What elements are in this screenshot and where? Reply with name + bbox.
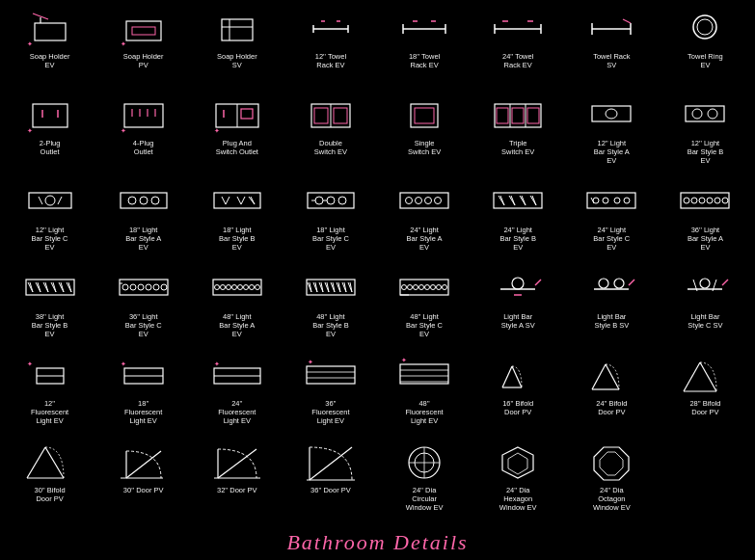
cell-lightbar-48b: 48'' Light Bar Style B EV <box>284 264 376 349</box>
label-plug-switch: Plug And Switch Outlet <box>216 139 258 156</box>
icon-door-36 <box>302 441 360 484</box>
label-plug4: 4-Plug Outlet <box>133 139 154 156</box>
icon-lightbar-48a <box>208 268 266 310</box>
icon-lightbar-24a <box>395 181 453 224</box>
svg-point-118 <box>425 285 430 290</box>
svg-point-116 <box>414 285 418 290</box>
cell-lightbar-48c: 48'' Light Bar Style C EV <box>379 264 471 349</box>
label-lightbar-48a: 48'' Light Bar Style A EV <box>219 312 255 338</box>
cell-lightbar-38b: 38'' Light Bar Style B EV <box>4 264 95 349</box>
svg-line-168 <box>218 449 256 478</box>
label-lightbar-24b: 24'' Light Bar Style B EV <box>499 226 536 252</box>
icon-towel-rack-12 <box>302 8 360 50</box>
cell-door-30: 30'' Door PV <box>97 438 189 522</box>
svg-point-101 <box>161 284 167 290</box>
icon-lightbar-24b <box>489 181 547 224</box>
svg-line-133 <box>722 280 728 285</box>
icon-lightbar-12b <box>676 94 734 137</box>
cell-plug4: ✦ 4-Plug Outlet <box>97 91 189 175</box>
cell-door-36: 36'' Door PV <box>284 438 376 522</box>
icon-lightbar-36c <box>115 268 173 310</box>
label-lightbar-bsv: Light Bar Style B SV <box>594 312 629 330</box>
icon-plug2: ✦ <box>21 94 79 137</box>
cell-lightbar-18c: 18'' Light Bar Style C EV <box>284 177 376 262</box>
label-door-36: 36'' Door PV <box>310 486 351 494</box>
svg-point-86 <box>624 198 630 203</box>
cell-fluor-24: ✦ 24'' Fluorescent Light EV <box>191 351 283 436</box>
svg-point-66 <box>128 197 136 204</box>
svg-rect-58 <box>592 106 631 121</box>
svg-marker-178 <box>508 453 527 474</box>
cell-bifold-28: 28'' Bifold Door PV <box>660 351 751 436</box>
icon-fluor-24: ✦ <box>208 355 266 397</box>
label-lightbar-48b: 48'' Light Bar Style B EV <box>312 312 349 338</box>
svg-text:✦: ✦ <box>308 359 313 365</box>
svg-rect-55 <box>497 108 508 123</box>
label-switch-triple: Triple Switch EV <box>501 139 534 156</box>
icon-soap-holder-sv <box>208 8 266 50</box>
svg-point-93 <box>722 198 728 203</box>
svg-point-108 <box>237 285 242 290</box>
svg-rect-57 <box>527 108 539 123</box>
icon-lightbar-18c <box>302 181 360 224</box>
icon-fluor-18: ✦ <box>115 355 173 397</box>
icon-switch-double <box>302 94 360 137</box>
cell-lightbar-36c: 36'' Light Bar Style C EV <box>97 264 189 349</box>
svg-point-88 <box>684 198 689 203</box>
cell-window-hex: 24'' Dia Hexagon Window EV <box>472 438 564 522</box>
svg-line-157 <box>606 364 619 389</box>
svg-line-165 <box>126 451 161 478</box>
svg-line-153 <box>502 366 512 387</box>
icon-lightbar-38b <box>21 268 79 310</box>
cell-lightbar-18b: 18'' Light Bar Style B EV <box>191 177 283 262</box>
svg-point-97 <box>130 284 136 290</box>
label-plug2: 2-Plug Outlet <box>40 139 61 156</box>
svg-point-119 <box>431 285 436 290</box>
svg-point-100 <box>153 284 159 290</box>
label-lightbar-12c: 12'' Light Bar Style C EV <box>32 226 68 252</box>
svg-text:✦: ✦ <box>214 360 220 367</box>
cell-towel-ring-ev: Towel Ring EV <box>660 4 751 89</box>
svg-point-85 <box>614 198 620 203</box>
label-window-hex: 24'' Dia Hexagon Window EV <box>499 486 537 512</box>
svg-point-99 <box>146 284 151 290</box>
svg-point-106 <box>226 285 230 290</box>
svg-line-160 <box>700 362 716 391</box>
label-fluor-48: 48'' Fluorescent Light EV <box>405 399 443 425</box>
svg-rect-60 <box>686 106 724 121</box>
icon-bifold-30 <box>21 441 79 484</box>
cell-fluor-48: ✦ 48'' Fluorescent Light EV <box>379 351 471 436</box>
svg-line-130 <box>629 280 634 285</box>
label-towel-rack-sv: Towel Rack SV <box>593 52 630 69</box>
svg-point-80 <box>435 198 442 204</box>
svg-point-128 <box>599 279 608 288</box>
icon-bifold-24 <box>582 355 640 397</box>
label-lightbar-38b: 38'' Light Bar Style B EV <box>32 312 68 338</box>
cell-fluor-12: ✦ 12'' Fluorescent Light EV <box>4 351 95 436</box>
cell-soap-holder-sv: Soap Holder SV <box>191 4 283 89</box>
main-container: ✦ Soap Holder EV ✦ Soap Holder PV <box>0 0 755 559</box>
cell-towel-rack-12: 12'' Towel Rack EV <box>284 4 376 89</box>
icon-towel-rack-24 <box>489 8 547 50</box>
label-lightbar-24c: 24'' Light Bar Style C EV <box>593 226 630 252</box>
cell-window-oct: 24'' Dia Octagon Window EV <box>566 438 658 522</box>
svg-point-90 <box>699 198 705 203</box>
icon-lightbar-bsv <box>582 268 640 310</box>
svg-rect-51 <box>415 108 434 123</box>
label-soap-holder-pv: Soap Holder PV <box>123 52 164 69</box>
cell-fluor-36: ✦ 36'' Fluorescent Light EV <box>284 351 376 436</box>
svg-point-61 <box>692 109 702 119</box>
cell-plug2: ✦ 2-Plug Outlet <box>4 91 95 175</box>
svg-point-62 <box>708 109 717 119</box>
cell-soap-holder-pv: ✦ Soap Holder PV <box>97 4 189 89</box>
cell-lightbar-csv: Light Bar Style C SV <box>660 264 751 349</box>
svg-line-162 <box>27 447 45 478</box>
page-title: Bathroom Details <box>0 526 755 559</box>
cell-towel-rack-18: 18'' Towel Rack EV <box>379 4 471 89</box>
cell-empty <box>660 438 751 522</box>
label-lightbar-12a: 12'' Light Bar Style A EV <box>594 139 630 165</box>
svg-point-89 <box>691 198 697 203</box>
icon-soap-holder-pv: ✦ <box>115 8 173 50</box>
label-lightbar-csv: Light Bar Style C SV <box>688 312 722 330</box>
label-switch-single: Single Switch EV <box>408 139 441 156</box>
